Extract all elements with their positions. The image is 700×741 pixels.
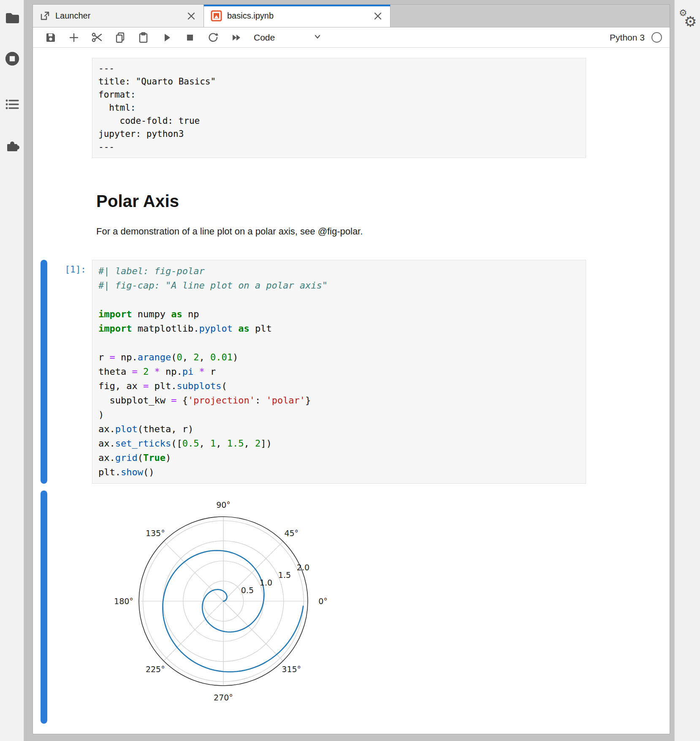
- stop-icon: [185, 33, 195, 43]
- cell-type-value: Code: [254, 33, 275, 43]
- raw-cell-collapser: [41, 58, 47, 158]
- kernel-area: Python 3: [610, 32, 664, 43]
- polar-plot-figure: 0°45°90°135°180°225°270°315°0.51.01.52.0: [105, 490, 586, 724]
- svg-text:1.0: 1.0: [260, 578, 272, 587]
- svg-text:135°: 135°: [146, 529, 165, 538]
- restart-icon: [207, 32, 219, 43]
- tab-launcher-label: Launcher: [55, 11, 90, 21]
- save-button[interactable]: [39, 29, 62, 46]
- file-browser-icon[interactable]: [4, 10, 20, 26]
- heading-polar-axis: Polar Axis: [96, 192, 586, 211]
- main-dock-panel: Launcher basics.ipynb: [33, 4, 670, 734]
- svg-text:180°: 180°: [114, 597, 133, 606]
- kernel-name: Python 3: [610, 33, 645, 43]
- kernel-status-indicator[interactable]: [651, 32, 662, 43]
- tab-basics-ipynb[interactable]: basics.ipynb: [204, 5, 391, 27]
- cut-cell-button[interactable]: [85, 29, 109, 46]
- output-collapser[interactable]: [41, 490, 47, 724]
- scissors-icon: [91, 32, 103, 43]
- raw-cell-row: ---title: "Quarto Basics"format: html: c…: [41, 58, 670, 158]
- svg-text:45°: 45°: [284, 529, 298, 538]
- svg-text:315°: 315°: [282, 665, 301, 674]
- left-activity-bar: [0, 0, 24, 741]
- right-sidebar: ⚙ ⚙: [674, 0, 700, 741]
- raw-cell-prompt: [47, 58, 92, 158]
- notebook-icon: [211, 10, 222, 22]
- fast-forward-icon: [231, 32, 242, 44]
- svg-text:225°: 225°: [146, 665, 165, 674]
- chevron-down-icon: [313, 32, 322, 43]
- insert-cell-button[interactable]: [62, 29, 85, 46]
- interrupt-kernel-button[interactable]: [178, 29, 201, 46]
- svg-text:2.0: 2.0: [297, 563, 309, 572]
- notebook-content: ---title: "Quarto Basics"format: html: c…: [33, 48, 670, 734]
- cell-type-select[interactable]: Code: [254, 32, 326, 43]
- table-of-contents-icon[interactable]: [4, 96, 20, 112]
- tab-basics-label: basics.ipynb: [227, 11, 274, 21]
- tab-basics-close-icon[interactable]: [372, 11, 383, 22]
- polar-chart-svg: 0°45°90°135°180°225°270°315°0.51.01.52.0: [105, 490, 341, 722]
- paste-cell-button[interactable]: [132, 29, 155, 46]
- restart-run-all-button[interactable]: [225, 29, 248, 46]
- external-link-icon: [40, 11, 50, 21]
- run-icon: [161, 32, 172, 43]
- tab-launcher-close-icon[interactable]: [186, 11, 197, 22]
- clipboard-icon: [138, 32, 149, 43]
- running-sessions-icon[interactable]: [4, 51, 20, 67]
- svg-text:90°: 90°: [216, 500, 231, 509]
- svg-text:0°: 0°: [318, 597, 328, 606]
- plus-icon: [68, 32, 79, 43]
- output-cell-row: 0°45°90°135°180°225°270°315°0.51.01.52.0: [41, 490, 670, 724]
- code-editor[interactable]: #| label: fig-polar#| fig-cap: "A line p…: [92, 260, 586, 484]
- copy-icon: [114, 32, 126, 43]
- restart-kernel-button[interactable]: [201, 29, 225, 46]
- markdown-paragraph: For a demonstration of a line plot on a …: [96, 226, 586, 237]
- save-icon: [45, 32, 56, 43]
- copy-cell-button[interactable]: [109, 29, 132, 46]
- code-cell-row: [1]: #| label: fig-polar#| fig-cap: "A l…: [41, 260, 670, 484]
- svg-text:1.5: 1.5: [278, 570, 291, 580]
- extensions-puzzle-icon[interactable]: [4, 138, 20, 154]
- tab-launcher[interactable]: Launcher: [33, 5, 204, 27]
- yaml-raw-cell[interactable]: ---title: "Quarto Basics"format: html: c…: [92, 58, 586, 158]
- svg-text:0.5: 0.5: [241, 586, 254, 595]
- property-inspector-gears-icon[interactable]: ⚙ ⚙: [678, 9, 697, 30]
- notebook-toolbar: Code Python 3: [33, 27, 670, 48]
- svg-text:270°: 270°: [214, 693, 233, 702]
- run-cell-button[interactable]: [155, 29, 178, 46]
- tab-bar: Launcher basics.ipynb: [33, 5, 670, 27]
- input-collapser[interactable]: [41, 260, 47, 484]
- markdown-cell[interactable]: Polar Axis For a demonstration of a line…: [96, 192, 586, 237]
- output-area: 0°45°90°135°180°225°270°315°0.51.01.52.0: [92, 490, 586, 724]
- output-prompt: [47, 490, 92, 724]
- execution-count: [1]:: [47, 260, 92, 484]
